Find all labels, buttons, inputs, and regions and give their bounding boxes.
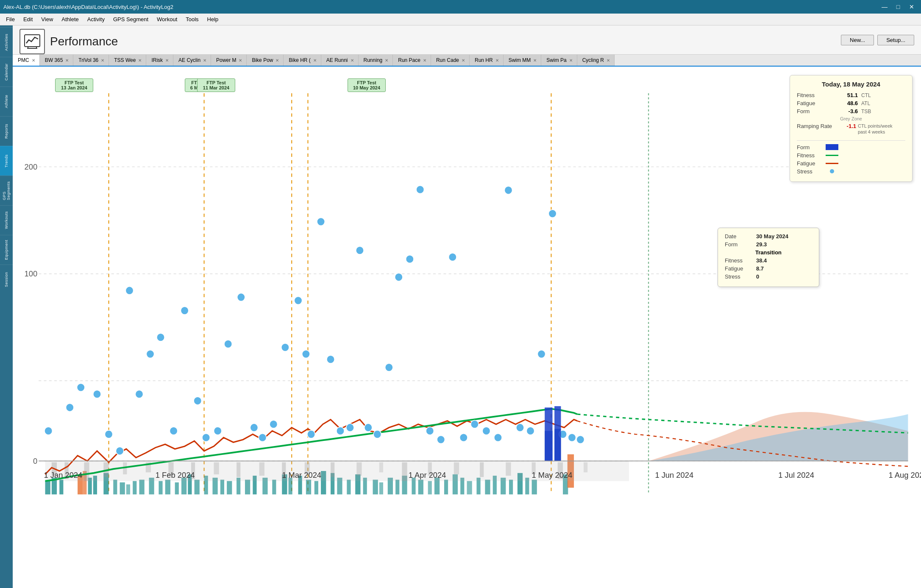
- minimize-button[interactable]: —: [879, 3, 890, 11]
- sidebar-item-equipment[interactable]: Equipment: [0, 235, 13, 265]
- tab-running[interactable]: Running ✕: [359, 55, 393, 66]
- ftp-label-mar11: FTP Test: [201, 80, 231, 85]
- ftp-annotation-may10: FTP Test 10 May 2024: [348, 78, 386, 92]
- maximize-button[interactable]: □: [892, 3, 904, 11]
- tab-swim-pa[interactable]: Swim Pa ✕: [541, 55, 577, 66]
- tooltip-date-label: Date: [725, 233, 754, 240]
- svg-rect-65: [428, 481, 432, 495]
- legend-section: Form Fitness Fatigue Stress: [797, 140, 905, 175]
- sidebar-item-activities[interactable]: Activities: [0, 27, 13, 57]
- tab-close-trivol[interactable]: ✕: [101, 58, 104, 63]
- tab-bike-hr[interactable]: Bike HR ( ✕: [284, 55, 321, 66]
- tab-close-cycling-r[interactable]: ✕: [607, 58, 610, 63]
- header-left: Performance: [19, 29, 118, 54]
- svg-rect-30: [139, 480, 144, 495]
- menu-athlete[interactable]: Athlete: [57, 14, 83, 24]
- tab-bw365[interactable]: BW 365 ✕: [40, 55, 74, 66]
- svg-point-156: [568, 434, 576, 442]
- tab-irisk[interactable]: IRisk ✕: [146, 55, 173, 66]
- setup-button[interactable]: Setup...: [877, 35, 914, 45]
- tab-close-irisk[interactable]: ✕: [165, 58, 169, 63]
- svg-point-118: [170, 427, 177, 435]
- form-unit: TSB: [861, 109, 871, 114]
- svg-rect-158: [545, 407, 552, 461]
- svg-text:1 Jan 2024: 1 Jan 2024: [44, 471, 82, 479]
- tab-close-swim-pa[interactable]: ✕: [569, 58, 573, 63]
- sidebar-item-session[interactable]: Session: [0, 265, 13, 294]
- menu-gps-segment[interactable]: GPS Segment: [109, 14, 153, 24]
- menu-edit[interactable]: Edit: [19, 14, 37, 24]
- svg-point-134: [337, 427, 344, 435]
- svg-point-125: [250, 424, 258, 432]
- svg-point-109: [66, 404, 74, 412]
- svg-point-153: [537, 350, 545, 358]
- tab-close-tss[interactable]: ✕: [138, 58, 142, 63]
- ftp-label-may10: FTP Test: [351, 80, 382, 85]
- svg-point-124: [237, 293, 245, 301]
- svg-point-129: [294, 296, 302, 304]
- sidebar-item-gps-segments[interactable]: GPS Segments: [0, 176, 13, 205]
- ramp-label: Ramping Rate: [797, 123, 835, 129]
- sidebar-item-calendar[interactable]: Calendar: [0, 57, 13, 86]
- ftp-date-may10: 10 May 2024: [351, 85, 382, 90]
- tab-trivol[interactable]: TriVol 36 ✕: [73, 55, 109, 66]
- svg-point-148: [482, 427, 490, 435]
- tab-ae-cyclin[interactable]: AE Cyclin ✕: [173, 55, 211, 66]
- tab-swim-mm[interactable]: Swim MM ✕: [504, 55, 542, 66]
- svg-point-123: [224, 340, 232, 348]
- chart-container[interactable]: 200 100 0: [13, 67, 921, 588]
- menu-help[interactable]: Help: [203, 14, 223, 24]
- tab-run-cade[interactable]: Run Cade ✕: [431, 55, 470, 66]
- sidebar-item-athlete[interactable]: Athlete: [0, 86, 13, 116]
- menu-activity[interactable]: Activity: [83, 14, 109, 24]
- tab-close-swim-mm[interactable]: ✕: [533, 58, 537, 63]
- tab-pmc[interactable]: PMC ✕: [13, 55, 40, 67]
- tab-close-bike-hr[interactable]: ✕: [313, 58, 317, 63]
- tab-close-ae-runni[interactable]: ✕: [351, 58, 354, 63]
- tab-close-ae-cyclin[interactable]: ✕: [203, 58, 206, 63]
- sidebar-item-trends[interactable]: Trends: [0, 146, 13, 176]
- svg-point-154: [548, 209, 556, 217]
- tooltip-stress-label: Stress: [725, 273, 754, 280]
- menu-view[interactable]: View: [37, 14, 57, 24]
- tab-close-bw365[interactable]: ✕: [65, 58, 69, 63]
- svg-rect-32: [159, 481, 162, 495]
- legend-stress: Stress: [797, 168, 905, 175]
- sidebar-item-reports[interactable]: Reports: [0, 116, 13, 146]
- svg-rect-46: [272, 480, 276, 495]
- menu-tools[interactable]: Tools: [181, 14, 203, 24]
- tab-close-power-m[interactable]: ✕: [239, 58, 242, 63]
- tab-close-bike-pow[interactable]: ✕: [275, 58, 279, 63]
- fatigue-label: Fatigue: [797, 100, 835, 106]
- svg-rect-50: [306, 480, 311, 495]
- tooltip-fitness-row: Fitness 38.4: [725, 257, 812, 264]
- tab-close-run-hr[interactable]: ✕: [495, 58, 499, 63]
- tab-run-pace[interactable]: Run Pace ✕: [393, 55, 431, 66]
- tab-bike-pow[interactable]: Bike Pow ✕: [247, 55, 284, 66]
- svg-point-152: [526, 427, 534, 435]
- svg-text:100: 100: [25, 269, 38, 278]
- tab-tss[interactable]: TSS Wee ✕: [109, 55, 146, 66]
- ftp-date-jan: 13 Jan 2024: [59, 85, 89, 90]
- tab-close-running[interactable]: ✕: [385, 58, 388, 63]
- tab-run-hr[interactable]: Run HR ✕: [470, 55, 504, 66]
- tooltip-card: Date 30 May 2024 Form 29.3 Transition Fi…: [718, 228, 819, 287]
- tab-cycling-r[interactable]: Cycling R ✕: [577, 55, 615, 66]
- close-button[interactable]: ✕: [906, 3, 918, 11]
- svg-point-122: [214, 427, 222, 435]
- new-button[interactable]: New...: [841, 35, 874, 45]
- title-bar-controls: — □ ✕: [879, 3, 918, 11]
- menu-workout[interactable]: Workout: [153, 14, 181, 24]
- tab-ae-runni[interactable]: AE Runni ✕: [321, 55, 359, 66]
- tab-power-m[interactable]: Power M ✕: [211, 55, 247, 66]
- menu-bar: File Edit View Athlete Activity GPS Segm…: [0, 14, 921, 25]
- fitness-label: Fitness: [797, 92, 835, 98]
- tab-close-run-cade[interactable]: ✕: [462, 58, 465, 63]
- legend-form: Form: [797, 144, 905, 150]
- menu-file[interactable]: File: [2, 14, 19, 24]
- sidebar-item-workouts[interactable]: Workouts: [0, 205, 13, 235]
- tab-close-run-pace[interactable]: ✕: [423, 58, 426, 63]
- svg-point-112: [105, 430, 112, 438]
- svg-rect-4: [13, 67, 921, 588]
- tab-close-pmc[interactable]: ✕: [32, 58, 35, 63]
